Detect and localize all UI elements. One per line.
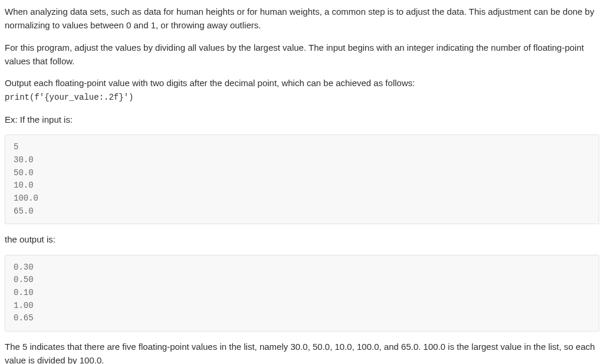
- output-instruction-text: Output each floating-point value with tw…: [5, 78, 415, 88]
- output-label-text: the output is:: [5, 232, 599, 246]
- example-intro-text: Ex: If the input is:: [5, 113, 599, 126]
- example-output-block: 0.30 0.50 0.10 1.00 0.65: [5, 255, 599, 332]
- output-instruction-paragraph: Output each floating-point value with tw…: [5, 76, 599, 104]
- intro-paragraph: When analyzing data sets, such as data f…: [5, 5, 599, 32]
- example-input-block: 5 30.0 50.0 10.0 100.0 65.0: [5, 135, 599, 224]
- program-paragraph: For this program, adjust the values by d…: [5, 41, 599, 68]
- explanation-paragraph: The 5 indicates that there are five floa…: [5, 340, 599, 364]
- print-code-snippet: print(f'{your_value:.2f}'): [5, 93, 133, 102]
